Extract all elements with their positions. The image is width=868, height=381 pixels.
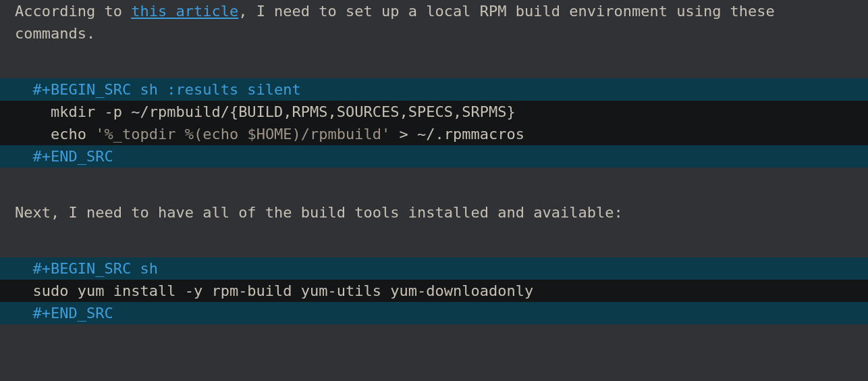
text: According to [15, 3, 131, 20]
text: echo [15, 126, 95, 143]
spacer [0, 45, 868, 78]
src-begin: #+BEGIN_SRC sh [0, 257, 868, 280]
spacer [0, 168, 868, 201]
src-begin: #+BEGIN_SRC sh :results silent [0, 78, 868, 101]
src-block-setup: #+BEGIN_SRC sh :results silent mkdir -p … [0, 78, 868, 168]
src-block-install: #+BEGIN_SRC sh sudo yum install -y rpm-b… [0, 257, 868, 324]
src-line: mkdir -p ~/rpmbuild/{BUILD,RPMS,SOURCES,… [0, 101, 868, 123]
paragraph-intro: According to this article, I need to set… [0, 0, 868, 45]
spacer [0, 224, 868, 257]
article-link[interactable]: this article [131, 3, 238, 20]
src-end: #+END_SRC [0, 145, 868, 168]
string-literal: '%_topdir %(echo $HOME)/rpmbuild' [95, 126, 390, 143]
src-line: sudo yum install -y rpm-build yum-utils … [0, 280, 868, 302]
src-end: #+END_SRC [0, 302, 868, 324]
text: > ~/.rpmmacros [390, 126, 524, 143]
paragraph-buildtools: Next, I need to have all of the build to… [0, 201, 868, 224]
src-line: echo '%_topdir %(echo $HOME)/rpmbuild' >… [0, 123, 868, 145]
